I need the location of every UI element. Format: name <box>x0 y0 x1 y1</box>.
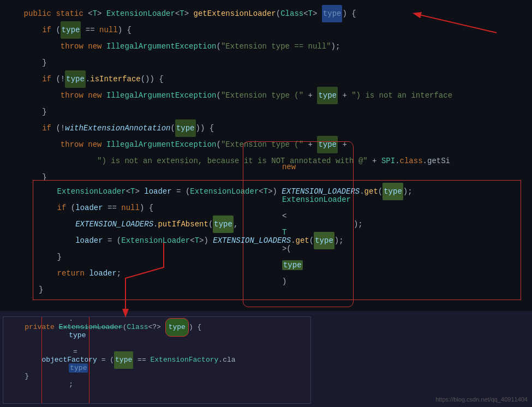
code-line-6: throw new IllegalArgumentException ( "Ex… <box>0 87 532 104</box>
inner-code-box: ExtensionLoader < T > loader = ( Extensi… <box>33 180 521 300</box>
bottom-line-3: objectFactory = ( type == ExtensionFacto… <box>3 352 310 368</box>
main-code-area: public static < T > ExtensionLoader < T … <box>0 0 532 311</box>
code-line-5: if (! type . isInterface ()) { <box>0 71 532 87</box>
code-line-8: if (! withExtensionAnnotation ( type )) … <box>0 120 532 136</box>
code-line-3: throw new IllegalArgumentException ( "Ex… <box>0 38 532 55</box>
code-line-4: } <box>0 55 532 71</box>
bottom-code-area: private ExtensionLoader ( Class <?> type… <box>3 316 311 404</box>
watermark: https://blog.csdn.net/qq_40911404 <box>435 396 528 403</box>
bottom-line-2: this . type = type ; <box>3 336 310 352</box>
inner-line-4: loader = ( ExtensionLoader < T >) EXTENS… <box>33 232 521 249</box>
code-line-1: public static < T > ExtensionLoader < T … <box>0 5 532 22</box>
code-line-7: } <box>0 104 532 120</box>
code-line-2: if ( type == null ) { <box>0 22 532 38</box>
inner-line-3: EXTENSION_LOADERS . putIfAbsent ( type ,… <box>33 216 521 232</box>
